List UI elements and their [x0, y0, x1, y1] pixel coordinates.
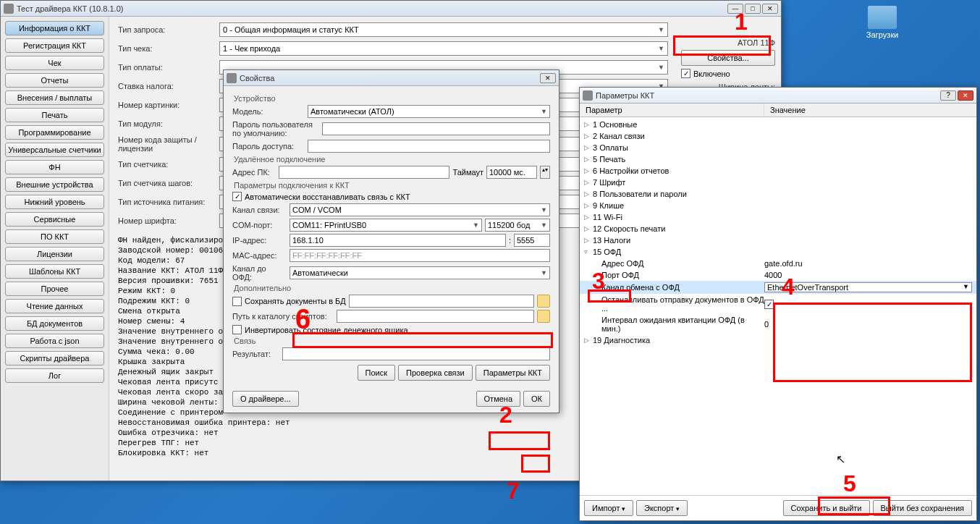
- props-titlebar[interactable]: Свойства ✕: [224, 70, 559, 86]
- properties-button[interactable]: Свойства...: [681, 50, 775, 66]
- sidebar-item-12[interactable]: ПО ККТ: [5, 229, 104, 244]
- group-conn: Параметры подключения к ККТ: [234, 181, 550, 190]
- import-button[interactable]: Импорт: [584, 500, 633, 516]
- enabled-checkbox[interactable]: ✓: [681, 69, 690, 78]
- tree-item[interactable]: ▷1 Основные: [580, 119, 976, 130]
- savedb-checkbox[interactable]: [232, 297, 242, 306]
- field-label: Тип оплаты:: [118, 63, 219, 72]
- checklink-button[interactable]: Проверка связи: [398, 365, 473, 381]
- sidebar: Информация о ККТРегистрация ККТЧекОтчеты…: [1, 17, 109, 481]
- about-button[interactable]: О драйвере...: [232, 391, 299, 407]
- channel-select[interactable]: COM / VCOM▼: [290, 203, 550, 216]
- timeout-input[interactable]: 10000 мс.: [486, 166, 537, 179]
- userpw-label: Пароль пользователя по умолчанию:: [232, 120, 319, 138]
- tree-subitem[interactable]: Останавливать отправку документов в ОФД …: [580, 294, 976, 314]
- pcaddr-input[interactable]: [279, 166, 449, 179]
- tree-subitem[interactable]: Канал обмена с ОФДEthernetOverTransport▼: [580, 281, 976, 294]
- sidebar-item-15[interactable]: Прочее: [5, 282, 104, 296]
- accesspw-input[interactable]: [308, 140, 550, 153]
- sidebar-item-9[interactable]: Внешние устройства: [5, 177, 104, 192]
- sidebar-item-6[interactable]: Программирование: [5, 125, 104, 140]
- tree-item[interactable]: ▷5 Печать: [580, 153, 976, 165]
- search-button[interactable]: Поиск: [358, 365, 395, 381]
- field-select[interactable]: 0 - Общая информация и статус ККТ▼: [219, 22, 668, 37]
- sidebar-item-16[interactable]: Чтение данных: [5, 299, 104, 313]
- accesspw-label: Пароль доступа:: [232, 142, 305, 151]
- sidebar-item-10[interactable]: Нижний уровень: [5, 195, 104, 209]
- close-button[interactable]: ✕: [958, 90, 973, 101]
- kkt-params-button[interactable]: Параметры ККТ: [476, 365, 550, 381]
- sidebar-item-19[interactable]: Скрипты драйвера: [5, 351, 104, 365]
- tree-subitem[interactable]: Адрес ОФДgate.ofd.ru: [580, 258, 976, 269]
- baud-select[interactable]: 115200 бод▼: [485, 219, 550, 232]
- tree-item[interactable]: ▷7 Шрифт: [580, 177, 976, 188]
- sidebar-item-3[interactable]: Отчеты: [5, 73, 104, 88]
- folder-icon[interactable]: [537, 295, 550, 308]
- ip-label: IP-адрес:: [232, 236, 287, 245]
- sidebar-item-20[interactable]: Лог: [5, 368, 104, 383]
- userpw-input[interactable]: [322, 122, 550, 135]
- ofdchannel-select[interactable]: Автоматически▼: [290, 266, 550, 279]
- tree-item[interactable]: ▷8 Пользователи и пароли: [580, 188, 976, 200]
- tree-subitem[interactable]: Порт ОФД4000: [580, 269, 976, 281]
- main-title: Тест драйвера ККТ (10.8.1.0): [17, 4, 727, 13]
- tree-subitem[interactable]: Интервал ожидания квитанции ОФД (в мин.)…: [580, 314, 976, 334]
- params-tree[interactable]: ▷1 Основные▷2 Канал связи▷3 Оплаты▷5 Печ…: [580, 117, 976, 495]
- autorestore-checkbox[interactable]: ✓: [232, 192, 242, 201]
- savedb-path-input[interactable]: [349, 295, 534, 308]
- field-select[interactable]: 1 - Чек прихода▼: [219, 41, 668, 56]
- model-label: Модель:: [232, 107, 305, 116]
- sidebar-item-14[interactable]: Шаблоны ККТ: [5, 264, 104, 279]
- sidebar-item-11[interactable]: Сервисные: [5, 212, 104, 227]
- group-extra: Дополнительно: [234, 284, 550, 292]
- tree-item[interactable]: ▷9 Клише: [580, 200, 976, 211]
- tree-item[interactable]: ▷19 Диагностика: [580, 334, 976, 346]
- tree-item-ofd[interactable]: ▿15 ОФД: [580, 246, 976, 258]
- mac-input[interactable]: FF:FF:FF:FF:FF:FF: [290, 249, 550, 262]
- sidebar-item-5[interactable]: Печать: [5, 108, 104, 122]
- exit-nosave-button[interactable]: Выйти без сохранения: [873, 500, 973, 516]
- tree-item[interactable]: ▷12 Скорость печати: [580, 223, 976, 234]
- desktop-icon-label: Загрузки: [864, 30, 900, 39]
- folder-icon: [868, 6, 897, 29]
- sidebar-item-4[interactable]: Внесения / выплаты: [5, 90, 104, 105]
- ip-input[interactable]: 168.1.10: [290, 234, 506, 247]
- help-button[interactable]: ?: [940, 90, 956, 101]
- export-button[interactable]: Экспорт: [636, 500, 688, 516]
- params-titlebar[interactable]: Параметры ККТ ? ✕: [580, 88, 976, 103]
- sidebar-item-17[interactable]: БД документов: [5, 316, 104, 331]
- sidebar-item-13[interactable]: Лицензии: [5, 247, 104, 261]
- tree-item[interactable]: ▷6 Настройки отчетов: [580, 165, 976, 177]
- tree-item[interactable]: ▷11 Wi-Fi: [580, 211, 976, 223]
- sidebar-item-1[interactable]: Регистрация ККТ: [5, 38, 104, 53]
- comport-select[interactable]: COM11: FPrintUSB0▼: [290, 219, 482, 232]
- sidebar-item-0[interactable]: Информация о ККТ: [5, 21, 104, 35]
- desktop-icon-downloads[interactable]: Загрузки: [864, 6, 900, 39]
- model-select[interactable]: Автоматически (АТОЛ)▼: [308, 105, 550, 118]
- ipport-input[interactable]: 5555: [514, 234, 550, 247]
- sidebar-item-18[interactable]: Работа с json: [5, 334, 104, 348]
- pcaddr-label: Адрес ПК:: [232, 168, 276, 177]
- close-button[interactable]: ✕: [540, 73, 556, 83]
- field-label: Тип чека:: [118, 44, 219, 53]
- mac-label: MAC-адрес:: [232, 251, 287, 260]
- close-button[interactable]: ✕: [762, 4, 778, 14]
- params-title: Параметры ККТ: [596, 91, 940, 100]
- save-exit-button[interactable]: Сохранить и выйти: [783, 500, 870, 516]
- ok-button[interactable]: ОК: [523, 391, 550, 407]
- invert-checkbox[interactable]: [232, 325, 242, 334]
- autorestore-label: Автоматически восстанавливать связь с КК…: [245, 193, 410, 201]
- tree-item[interactable]: ▷3 Оплаты: [580, 142, 976, 153]
- timeout-spinner[interactable]: ▴▾: [540, 166, 550, 179]
- field-label: Тип счетчика шагов:: [118, 179, 219, 187]
- sidebar-item-8[interactable]: ФН: [5, 160, 104, 174]
- enabled-label: Включено: [693, 69, 730, 78]
- main-titlebar[interactable]: Тест драйвера ККТ (10.8.1.0) — □ ✕: [1, 1, 781, 17]
- folder-icon[interactable]: [537, 310, 550, 323]
- sidebar-item-2[interactable]: Чек: [5, 56, 104, 70]
- tree-item[interactable]: ▷13 Налоги: [580, 234, 976, 246]
- tree-item[interactable]: ▷2 Канал связи: [580, 130, 976, 142]
- sidebar-item-7[interactable]: Универсальные счетчики: [5, 143, 104, 157]
- scriptpath-input[interactable]: [337, 310, 534, 323]
- cancel-button[interactable]: Отмена: [476, 391, 520, 407]
